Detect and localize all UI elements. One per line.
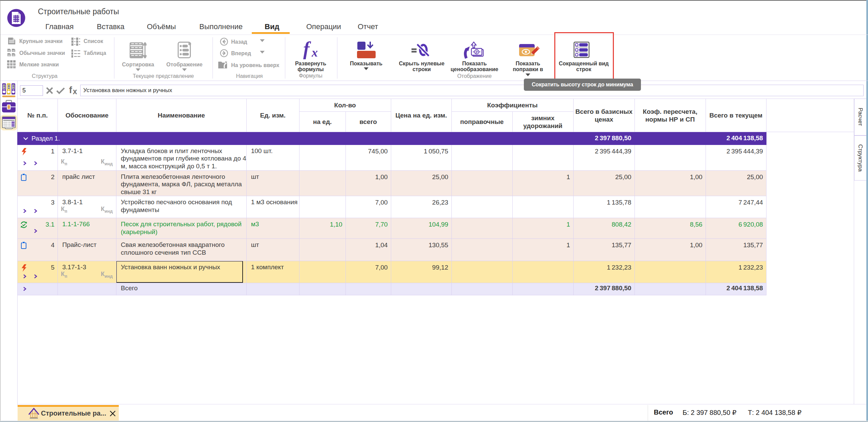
svg-text:P: P: [476, 50, 478, 54]
